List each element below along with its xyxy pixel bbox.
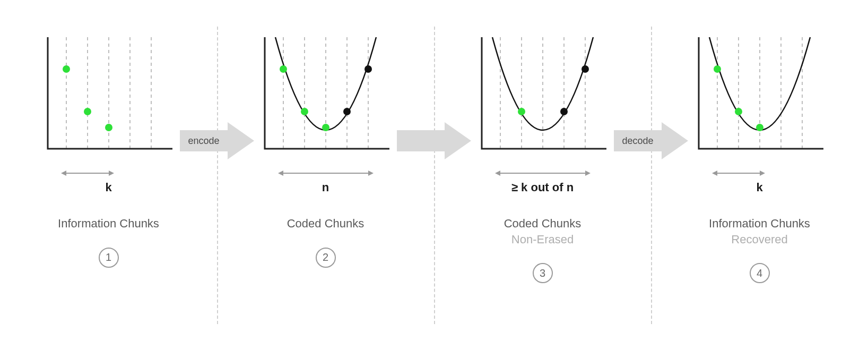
data-point-green [756,124,763,131]
data-point-black [343,108,351,115]
arrow-blank [397,122,471,162]
svg-marker-15 [368,171,374,176]
svg-marker-7 [109,171,114,176]
panel-1: k Information Chunks 1 encode [0,37,217,268]
plot-1 [40,37,178,162]
caption-title: Coded Chunks [504,216,581,232]
step-number-badge: 4 [750,263,770,283]
panel-caption: Coded Chunks Non-Erased [504,216,581,247]
caption-title: Coded Chunks [287,216,364,232]
data-point-green [301,108,308,115]
caption-subtitle: Recovered [709,232,810,248]
data-point-green [280,65,287,73]
range-indicator: k [691,169,829,194]
data-point-green [735,108,742,115]
range-indicator: n [257,169,395,194]
plot-3 [474,37,612,162]
svg-marker-31 [760,171,765,176]
panel-caption: Coded Chunks [287,216,364,232]
range-label: n [322,181,329,194]
plot-2 [257,37,395,162]
arrow-encode: encode [180,122,254,162]
caption-title: Information Chunks [58,216,159,232]
data-point-green [714,65,721,73]
data-point-green [105,124,112,131]
data-point-green [63,65,70,73]
svg-marker-23 [585,171,591,176]
svg-marker-14 [278,171,283,176]
data-point-green [518,108,525,115]
data-point-green [84,108,91,115]
range-indicator: ≥ k out of n [474,169,612,194]
caption-title: Information Chunks [709,216,810,232]
step-number-badge: 3 [533,263,553,283]
caption-subtitle: Non-Erased [504,232,581,248]
plot-4 [691,37,829,162]
diagram-stage: k Information Chunks 1 encode [0,0,868,340]
range-label: ≥ k out of n [511,181,574,194]
data-point-black [581,65,589,73]
data-point-green [322,124,329,131]
panel-caption: Information Chunks [58,216,159,232]
step-number-badge: 1 [99,248,119,268]
arrow-label: decode [622,135,653,146]
arrow-decode: decode [614,122,688,162]
data-point-black [560,108,568,115]
svg-marker-30 [712,171,717,176]
range-label: k [756,181,762,194]
data-point-black [364,65,372,73]
arrow-label: encode [188,135,219,146]
step-number-badge: 2 [316,248,336,268]
panel-caption: Information Chunks Recovered [709,216,810,247]
range-indicator: k [40,169,178,194]
svg-marker-6 [61,171,66,176]
range-label: k [105,181,111,194]
svg-marker-22 [495,171,500,176]
